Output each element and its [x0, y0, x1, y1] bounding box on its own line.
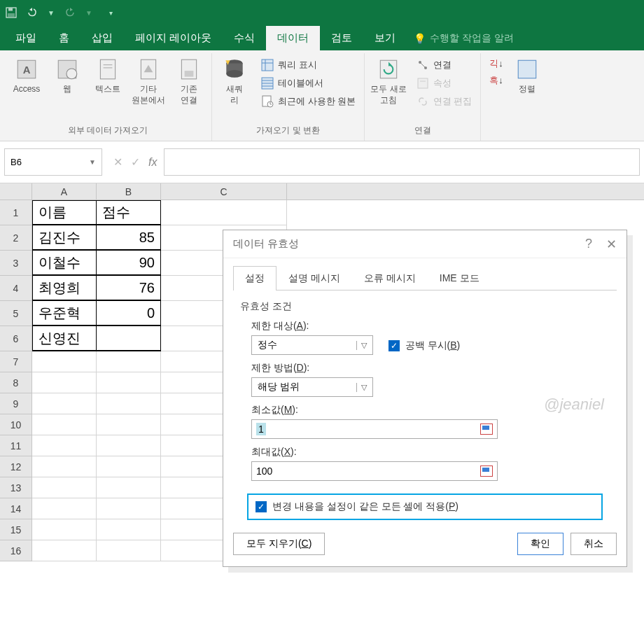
sort-asc-button[interactable]: 긱↓ — [489, 57, 503, 70]
redo-icon[interactable] — [64, 7, 76, 18]
cell-B15[interactable] — [97, 519, 161, 540]
row-header-6[interactable]: 6 — [0, 326, 32, 351]
cell-A10[interactable] — [32, 414, 97, 435]
allow-select[interactable]: 정수 ▽ — [251, 335, 373, 355]
tab-file[interactable]: 파일 — [4, 26, 48, 50]
dialog-tab-settings[interactable]: 설정 — [233, 266, 276, 290]
tell-me[interactable]: 💡 수행할 작업을 알려 — [407, 27, 521, 50]
col-header-B[interactable]: B — [97, 183, 161, 200]
cell-B2[interactable]: 85 — [97, 225, 161, 251]
cell-A15[interactable] — [32, 519, 97, 540]
tab-view[interactable]: 보기 — [363, 26, 407, 50]
qat-customize-icon[interactable]: ▾ — [109, 9, 113, 17]
select-all-corner[interactable] — [0, 183, 32, 200]
dialog-help-icon[interactable]: ? — [585, 237, 592, 251]
save-icon[interactable] — [6, 7, 17, 18]
row-header-1[interactable]: 1 — [0, 200, 32, 225]
row-header-13[interactable]: 13 — [0, 477, 32, 498]
existing-conn-button[interactable]: 기존 연결 — [172, 57, 206, 106]
cell-A9[interactable] — [32, 393, 97, 414]
cell-A12[interactable] — [32, 456, 97, 477]
properties-button[interactable]: 속성 — [414, 76, 475, 91]
row-header-12[interactable]: 12 — [0, 456, 32, 477]
edit-links-button[interactable]: 연결 편집 — [414, 94, 475, 109]
from-text-button[interactable]: 텍스트 — [91, 57, 125, 95]
formula-bar[interactable] — [164, 148, 640, 176]
name-box-dropdown-icon[interactable]: ▼ — [89, 158, 96, 166]
cell-C1[interactable] — [161, 200, 287, 225]
row-header-2[interactable]: 2 — [0, 225, 32, 251]
new-query-button[interactable]: 새쿼 리 — [218, 57, 251, 106]
cell-B12[interactable] — [97, 456, 161, 477]
row-header-4[interactable]: 4 — [0, 276, 32, 301]
col-header-A[interactable]: A — [32, 183, 97, 200]
cancel-formula-icon[interactable]: ✕ — [113, 155, 122, 169]
from-table-button[interactable]: 테이블에서 — [258, 76, 358, 91]
cell-B10[interactable] — [97, 414, 161, 435]
cell-B3[interactable]: 90 — [97, 251, 161, 276]
tab-data[interactable]: 데이터 — [266, 26, 320, 50]
tab-formulas[interactable]: 수식 — [223, 26, 266, 50]
cell-A3[interactable]: 이철수 — [32, 251, 97, 276]
sort-desc-button[interactable]: 흑↓ — [489, 74, 503, 87]
cell-A7[interactable] — [32, 351, 97, 372]
row-header-16[interactable]: 16 — [0, 540, 32, 561]
cell-A8[interactable] — [32, 372, 97, 393]
row-header-8[interactable]: 8 — [0, 372, 32, 393]
cell-A2[interactable]: 김진수 — [32, 225, 97, 251]
cancel-button[interactable]: 취소 — [570, 533, 617, 555]
row-header-15[interactable]: 15 — [0, 519, 32, 540]
cell-B16[interactable] — [97, 540, 161, 561]
recent-sources-button[interactable]: 최근에 사용한 원본 — [258, 94, 358, 109]
cell-A4[interactable]: 최영희 — [32, 276, 97, 301]
connections-button[interactable]: 연결 — [414, 57, 475, 73]
cell-B4[interactable]: 76 — [97, 276, 161, 301]
cell-B1[interactable]: 점수 — [97, 200, 161, 225]
dialog-close-icon[interactable]: ✕ — [606, 237, 617, 252]
range-picker-icon[interactable] — [480, 465, 493, 477]
cell-A14[interactable] — [32, 498, 97, 519]
cell-A6[interactable]: 신영진 — [32, 326, 97, 351]
cell-B8[interactable] — [97, 372, 161, 393]
cell-A13[interactable] — [32, 477, 97, 498]
row-header-3[interactable]: 3 — [0, 251, 32, 276]
from-access-button[interactable]: A Access — [10, 57, 43, 95]
name-box[interactable]: B6 ▼ — [4, 148, 102, 176]
show-queries-button[interactable]: 쿼리 표시 — [258, 57, 358, 73]
tab-home[interactable]: 홈 — [48, 26, 80, 50]
ok-button[interactable]: 확인 — [517, 533, 564, 555]
refresh-all-button[interactable]: 모두 새로 고침 — [370, 57, 406, 106]
tab-page-layout[interactable]: 페이지 레이아웃 — [124, 26, 223, 50]
cell-B13[interactable] — [97, 477, 161, 498]
max-input[interactable]: 100 — [251, 461, 498, 481]
row-header-14[interactable]: 14 — [0, 498, 32, 519]
range-picker-icon[interactable] — [480, 424, 493, 435]
dialog-titlebar[interactable]: 데이터 유효성 ? ✕ — [223, 230, 626, 258]
cell-A11[interactable] — [32, 435, 97, 456]
undo-icon[interactable] — [27, 7, 38, 18]
data-select[interactable]: 해당 범위 ▽ — [251, 377, 373, 397]
fx-icon[interactable]: fx — [148, 156, 157, 169]
from-other-button[interactable]: 기타 원본에서 — [132, 57, 165, 106]
row-header-10[interactable]: 10 — [0, 414, 32, 435]
cell-A16[interactable] — [32, 540, 97, 561]
cell-B7[interactable] — [97, 351, 161, 372]
sort-button[interactable]: 정렬 — [510, 57, 544, 95]
apply-all-checkbox[interactable]: ✓ 변경 내용을 설정이 같은 모든 셀에 적용(P) — [255, 500, 458, 513]
cell-B11[interactable] — [97, 435, 161, 456]
dialog-tab-ime[interactable]: IME 모드 — [428, 266, 491, 290]
cell-A5[interactable]: 우준혁 — [32, 301, 97, 326]
row-header-9[interactable]: 9 — [0, 393, 32, 414]
clear-all-button[interactable]: 모두 지우기(C) — [233, 533, 325, 555]
ignore-blank-checkbox[interactable]: ✓ 공백 무시(B) — [388, 340, 461, 352]
redo-dropdown-icon[interactable]: ▼ — [85, 9, 92, 17]
col-header-C[interactable]: C — [161, 183, 287, 200]
cell-B6[interactable] — [97, 326, 161, 351]
row-header-11[interactable]: 11 — [0, 435, 32, 456]
undo-dropdown-icon[interactable]: ▼ — [48, 9, 55, 17]
row-header-7[interactable]: 7 — [0, 351, 32, 372]
cell-B14[interactable] — [97, 498, 161, 519]
dialog-tab-error-msg[interactable]: 오류 메시지 — [352, 266, 428, 290]
min-input[interactable]: 1 — [251, 419, 498, 439]
enter-formula-icon[interactable]: ✓ — [131, 155, 140, 169]
